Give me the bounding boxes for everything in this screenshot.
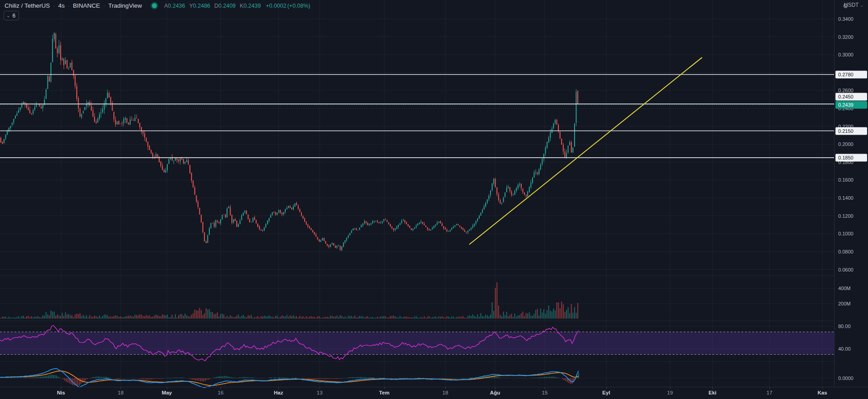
time-tick-month-label: Eyl — [602, 390, 610, 395]
tradingview-chart-window: Chiliz / TetherUS · 4s · BINANCE · Tradi… — [0, 0, 868, 399]
high-label: Y — [189, 3, 193, 9]
volume-tick-label: 400M — [838, 286, 851, 291]
candle-wicks-down — [1, 33, 578, 251]
symbol-title[interactable]: Chiliz / TetherUS — [5, 2, 50, 9]
currency-label: USDT — [844, 2, 859, 8]
interval-label[interactable]: 4s — [58, 2, 65, 9]
separator-dot: · — [53, 2, 55, 9]
time-tick-month-label: Ağu — [490, 390, 500, 395]
time-tick-mark — [121, 387, 121, 389]
time-tick-month-label: Tem — [379, 390, 390, 395]
time-tick-mark — [61, 387, 61, 389]
level-price-label: 0.2450 — [835, 93, 867, 101]
open-label: A — [164, 3, 168, 9]
time-tick-mark — [495, 387, 495, 389]
chevron-down-icon: ⌄ — [6, 14, 10, 18]
volume-tick-label: 200M — [838, 301, 851, 306]
price-chart-canvas[interactable] — [0, 0, 868, 399]
close-value: 0.2439 — [244, 3, 261, 9]
time-tick-month-label: Nis — [57, 390, 65, 395]
time-tick-mark — [606, 387, 607, 389]
price-tick-label: 0.3200 — [838, 34, 854, 40]
time-tick-month-label: May — [162, 390, 172, 395]
price-tick-label: 0.0800 — [838, 249, 854, 254]
price-tick-label: 0.0600 — [838, 267, 854, 272]
candle-wicks-up — [4, 33, 576, 251]
rsi-tick-label: 80.00 — [838, 324, 851, 329]
price-tick-label: 0.2000 — [838, 141, 854, 147]
time-tick-mark — [320, 387, 320, 389]
exchange-label: BINANCE — [73, 2, 100, 9]
time-tick-month-label: Eki — [708, 390, 716, 395]
time-tick-mark — [712, 387, 713, 389]
rsi-band — [0, 332, 834, 355]
chevron-down-icon: ⌄ — [860, 3, 863, 8]
change-value: +0.0002 — [266, 3, 287, 9]
time-tick-day-label: 16 — [218, 390, 224, 395]
time-tick-month-label: Haz — [274, 390, 283, 395]
macd-tick-label: 0.0000 — [838, 376, 854, 381]
price-tick-label: 0.1000 — [838, 231, 854, 236]
open-value: 0.2436 — [168, 3, 185, 9]
macd-histogram-up — [1, 373, 579, 378]
level-price-label: 0.2150 — [835, 127, 867, 135]
price-tick-label: 0.1600 — [838, 177, 854, 183]
ohlc-values: A0.2436 Y0.2486 D0.2409 K0.2439 +0.0002 … — [164, 3, 311, 9]
last-price-label: 0.2439 — [835, 101, 867, 109]
price-tick-label: 0.3000 — [838, 52, 854, 57]
candle-bodies-up — [4, 33, 577, 250]
time-tick-mark — [278, 387, 279, 389]
time-tick-mark — [221, 387, 221, 389]
time-tick-mark — [822, 387, 823, 389]
separator-dot: · — [103, 2, 105, 9]
price-tick-label: 0.3400 — [838, 16, 854, 22]
time-axis[interactable]: Nis18May16Haz13Tem18Ağu15Eyl19Eki17Kas — [0, 387, 868, 399]
currency-selector[interactable]: USDT⌄ — [844, 2, 863, 8]
grid-lines — [0, 0, 834, 387]
collapsed-indicators-button[interactable]: ⌄ 6 — [4, 11, 19, 20]
rsi-tick-label: 40.00 — [838, 346, 851, 352]
time-tick-month-label: Kas — [817, 390, 827, 395]
hidden-indicators-count: 6 — [12, 13, 15, 19]
price-axis[interactable]: 0.34000.32000.30000.28000.26000.24000.22… — [834, 0, 868, 387]
time-tick-day-label: 18 — [118, 390, 124, 395]
time-tick-mark — [769, 387, 770, 389]
level-price-label: 0.1850 — [835, 154, 867, 161]
high-value: 0.2486 — [193, 3, 210, 9]
volume-bars-down — [0, 282, 578, 319]
change-percent: (+0.08%) — [287, 3, 310, 9]
time-tick-mark — [670, 387, 670, 389]
time-tick-mark — [545, 387, 545, 389]
symbol-legend: Chiliz / TetherUS · 4s · BINANCE · Tradi… — [5, 2, 311, 9]
time-tick-day-label: 17 — [767, 390, 773, 395]
time-tick-day-label: 18 — [443, 390, 448, 395]
price-tick-label: 0.1200 — [838, 213, 854, 219]
market-status-dot-icon[interactable] — [152, 3, 157, 8]
platform-label: TradingView — [108, 2, 142, 9]
time-tick-mark — [167, 387, 167, 389]
trendline-drawing — [469, 57, 702, 244]
level-price-label: 0.2780 — [835, 70, 867, 78]
separator-dot: · — [68, 2, 70, 9]
time-tick-day-label: 13 — [317, 390, 323, 395]
candle-bodies-down — [0, 34, 578, 250]
price-tick-label: 0.1400 — [838, 195, 854, 201]
horizontal-level-lines — [0, 75, 834, 158]
close-label: K — [240, 3, 243, 9]
low-value: 0.2409 — [218, 3, 236, 9]
time-tick-day-label: 15 — [542, 390, 548, 395]
low-label: D — [214, 3, 218, 9]
time-tick-day-label: 19 — [667, 390, 673, 395]
time-tick-mark — [384, 387, 385, 389]
time-tick-mark — [445, 387, 446, 389]
